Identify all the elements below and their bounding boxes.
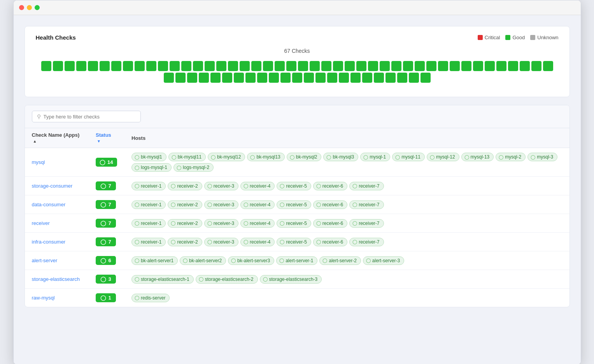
host-tag[interactable]: ◯receiver-7: [349, 182, 384, 190]
host-tag[interactable]: ◯receiver-2: [168, 238, 202, 246]
check-square[interactable]: [65, 61, 75, 71]
host-tag[interactable]: ◯receiver-4: [240, 219, 275, 228]
check-name-link[interactable]: data-consumer: [32, 202, 66, 207]
minimize-button[interactable]: [27, 5, 32, 10]
check-square[interactable]: [146, 61, 156, 71]
check-square[interactable]: [193, 61, 203, 71]
check-square[interactable]: [210, 73, 221, 83]
host-tag[interactable]: ◯mysql-13: [461, 153, 494, 161]
check-square[interactable]: [280, 73, 291, 83]
check-square[interactable]: [286, 61, 296, 71]
host-tag[interactable]: ◯receiver-6: [313, 219, 347, 228]
host-tag[interactable]: ◯receiver-6: [313, 200, 347, 209]
host-tag[interactable]: ◯receiver-2: [168, 200, 202, 209]
host-tag[interactable]: ◯receiver-5: [277, 219, 311, 228]
check-square[interactable]: [123, 61, 133, 71]
host-tag[interactable]: ◯bk-alert-server1: [131, 256, 178, 265]
filter-input[interactable]: [44, 114, 136, 120]
host-tag[interactable]: ◯receiver-6: [313, 238, 347, 246]
check-square[interactable]: [199, 73, 209, 83]
check-square[interactable]: [257, 73, 267, 83]
check-square[interactable]: [275, 61, 285, 71]
check-square[interactable]: [345, 61, 355, 71]
check-square[interactable]: [310, 61, 320, 71]
check-square[interactable]: [170, 61, 180, 71]
check-square[interactable]: [421, 73, 431, 83]
check-square[interactable]: [450, 61, 460, 71]
check-square[interactable]: [245, 73, 256, 83]
check-square[interactable]: [350, 73, 361, 83]
host-tag[interactable]: ◯bk-mysql11: [168, 153, 206, 161]
check-square[interactable]: [251, 61, 261, 71]
host-tag[interactable]: ◯bk-mysql13: [247, 153, 284, 161]
check-square[interactable]: [426, 61, 436, 71]
host-tag[interactable]: ◯receiver-2: [168, 219, 202, 228]
host-tag[interactable]: ◯mysql-1: [360, 153, 390, 161]
host-tag[interactable]: ◯bk-mysql12: [208, 153, 245, 161]
host-tag[interactable]: ◯receiver-5: [277, 200, 311, 209]
host-tag[interactable]: ◯receiver-3: [204, 182, 238, 190]
host-tag[interactable]: ◯receiver-7: [349, 238, 384, 246]
host-tag[interactable]: ◯logs-mysql-1: [131, 163, 172, 172]
check-square[interactable]: [508, 61, 518, 71]
check-square[interactable]: [53, 61, 63, 71]
host-tag[interactable]: ◯mysql-12: [427, 153, 459, 161]
host-tag[interactable]: ◯receiver-1: [131, 219, 166, 228]
maximize-button[interactable]: [35, 5, 40, 10]
check-square[interactable]: [240, 61, 250, 71]
check-square[interactable]: [397, 73, 407, 83]
host-tag[interactable]: ◯receiver-1: [131, 238, 166, 246]
host-tag[interactable]: ◯bk-alert-server2: [180, 256, 226, 265]
host-tag[interactable]: ◯receiver-3: [204, 219, 238, 228]
check-square[interactable]: [234, 73, 244, 83]
host-tag[interactable]: ◯receiver-1: [131, 182, 166, 190]
check-square[interactable]: [135, 61, 145, 71]
check-square[interactable]: [461, 61, 471, 71]
check-square[interactable]: [333, 61, 343, 71]
host-tag[interactable]: ◯alert-server-2: [319, 256, 361, 265]
check-name-link[interactable]: storage-elasticsearch: [32, 276, 80, 282]
check-square[interactable]: [205, 61, 215, 71]
check-square[interactable]: [531, 61, 541, 71]
host-tag[interactable]: ◯receiver-2: [168, 182, 202, 190]
filter-input-wrap[interactable]: ⚲: [32, 111, 141, 122]
check-square[interactable]: [327, 73, 337, 83]
check-square[interactable]: [391, 61, 401, 71]
check-name-link[interactable]: raw-mysql: [32, 295, 55, 301]
check-square[interactable]: [100, 61, 110, 71]
host-tag[interactable]: ◯bk-mysql1: [131, 153, 166, 161]
check-square[interactable]: [339, 73, 349, 83]
host-tag[interactable]: ◯redis-server: [131, 294, 170, 302]
host-tag[interactable]: ◯bk-mysql2: [287, 153, 322, 161]
host-tag[interactable]: ◯mysql-11: [392, 153, 425, 161]
check-square[interactable]: [315, 73, 326, 83]
check-square[interactable]: [321, 61, 331, 71]
host-tag[interactable]: ◯alert-server-1: [276, 256, 317, 265]
check-square[interactable]: [216, 61, 226, 71]
check-square[interactable]: [158, 61, 168, 71]
check-square[interactable]: [175, 73, 186, 83]
col-status[interactable]: Status ▼: [89, 128, 124, 148]
check-square[interactable]: [164, 73, 174, 83]
check-square[interactable]: [403, 61, 413, 71]
check-square[interactable]: [111, 61, 121, 71]
host-tag[interactable]: ◯mysql-2: [496, 153, 526, 161]
host-tag[interactable]: ◯receiver-7: [349, 200, 384, 209]
check-name-link[interactable]: receiver: [32, 220, 50, 226]
host-tag[interactable]: ◯receiver-3: [204, 200, 238, 209]
check-square[interactable]: [374, 73, 384, 83]
host-tag[interactable]: ◯receiver-5: [277, 238, 311, 246]
check-name-link[interactable]: mysql: [32, 159, 45, 165]
host-tag[interactable]: ◯alert-server-3: [363, 256, 404, 265]
check-square[interactable]: [304, 73, 314, 83]
check-square[interactable]: [269, 73, 279, 83]
host-tag[interactable]: ◯receiver-6: [313, 182, 347, 190]
check-square[interactable]: [222, 73, 232, 83]
check-square[interactable]: [385, 73, 396, 83]
check-square[interactable]: [438, 61, 448, 71]
host-tag[interactable]: ◯logs-mysql-2: [173, 163, 214, 172]
check-square[interactable]: [181, 61, 191, 71]
check-square[interactable]: [292, 73, 302, 83]
check-square[interactable]: [496, 61, 506, 71]
check-square[interactable]: [543, 61, 553, 71]
